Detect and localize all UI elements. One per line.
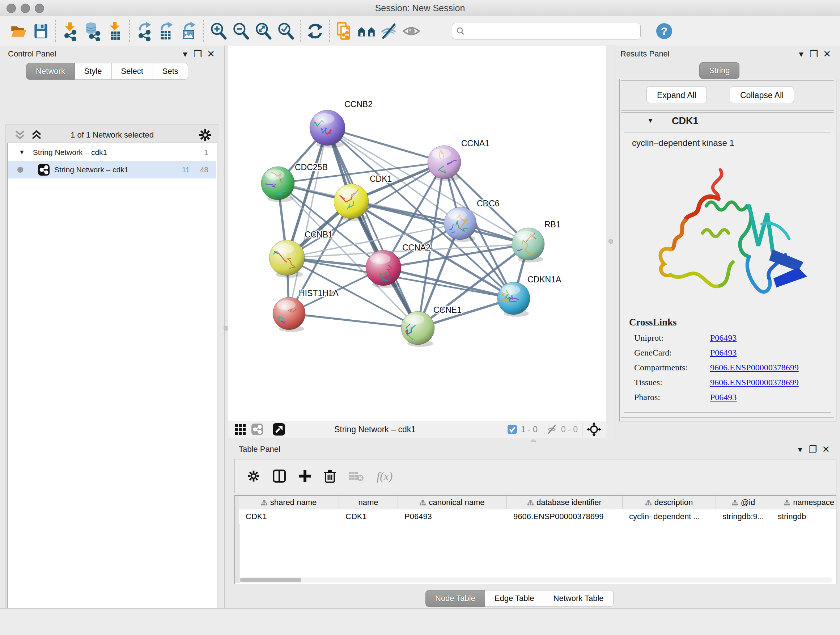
table-cell[interactable]: CDK1 [239,509,339,524]
table-cell[interactable]: cyclin–dependent ... [622,509,716,524]
node-CCNA2[interactable] [366,250,401,288]
tab-string[interactable]: String [699,62,739,79]
control-panel-close-icon[interactable]: ✕ [207,49,215,60]
crosslink-label: Pharos: [634,393,710,402]
column-header-id[interactable]: @id [716,496,771,509]
grid-view-icon[interactable] [234,424,246,435]
export-network-button[interactable] [133,20,156,42]
node-CDC25B[interactable] [261,166,294,202]
refresh-view-button[interactable] [304,20,326,42]
import-network-icon [60,21,80,41]
hide-selected-button[interactable] [378,20,401,42]
node-CCNB1[interactable] [269,240,305,278]
node-CDK1[interactable] [334,182,369,221]
network-row[interactable]: String Network – cdk1 11 48 [8,161,216,179]
search-input[interactable] [465,27,626,36]
network-options-gear-icon[interactable] [198,128,212,142]
tab-network[interactable]: Network [26,63,75,80]
right-splitter-grip[interactable] [608,239,613,244]
create-column-icon[interactable] [298,470,311,483]
scrollbar-thumb[interactable] [240,578,302,582]
table-panel-menu-icon[interactable]: ▼ [796,445,804,454]
pan-crosshair-icon[interactable] [587,422,601,437]
delete-column-icon[interactable] [324,469,336,483]
tab-sets[interactable]: Sets [153,63,188,80]
first-neighbors-button[interactable] [355,20,378,42]
export-network-icon [134,21,154,41]
zoom-selected-button[interactable] [275,20,297,42]
column-header-name[interactable]: name [339,496,398,509]
table-panel-close-icon[interactable]: ✕ [822,444,830,455]
open-session-button[interactable] [7,20,30,42]
node-CCNE1[interactable] [401,311,434,347]
column-header-description[interactable]: description [622,496,716,509]
column-header-shared-name[interactable]: shared name [239,496,339,509]
search-field[interactable] [452,23,641,40]
control-panel-title: Control Panel [8,49,56,59]
network-canvas[interactable]: CCNB2CCNA1CDC25BCDK1CDC6RB1CCNB1CCNA2CDK… [228,46,606,421]
protein-section-header[interactable]: ▼ CDK1 [621,112,834,130]
table-cell[interactable]: CDK1 [339,509,398,524]
network-collection-row[interactable]: ▼ String Network – cdk1 1 [8,144,216,161]
zoom-in-button[interactable] [207,20,230,42]
zoom-fit-button[interactable] [252,20,275,42]
edge-CCNB2-CCNA1[interactable] [327,128,444,162]
node-HIST1H1A[interactable] [273,297,305,332]
edge-HIST1H1A-CCNE1[interactable] [289,314,418,328]
expand-all-button[interactable]: Expand All [646,87,707,103]
node-RB1[interactable] [510,228,545,263]
column-header-namespace[interactable]: namespace [771,496,836,509]
hidden-eye-slash-icon [546,424,557,435]
table-cell[interactable]: stringdb:9... [716,509,771,524]
node-CDKN1A[interactable] [497,282,530,317]
help-button[interactable]: ? [653,20,676,42]
tab-edge-table[interactable]: Edge Table [485,590,544,607]
shared-column-icon [527,500,534,505]
tab-select[interactable]: Select [112,63,153,80]
results-panel-menu-icon[interactable]: ▼ [797,50,805,59]
show-all-button[interactable] [401,20,423,42]
table-options-gear-icon[interactable] [247,470,260,483]
crosslink-link[interactable]: 9606.ENSP00000378699 [710,378,799,387]
column-header-canonical-name[interactable]: canonical name [398,496,507,509]
table-cell[interactable]: P06493 [398,509,507,524]
table-horizontal-scrollbar[interactable] [239,578,832,583]
zoom-out-button[interactable] [230,20,252,42]
table-cell[interactable]: stringdb [771,509,836,524]
control-panel-menu-icon[interactable]: ▼ [181,50,189,59]
import-network-database-button[interactable] [81,20,104,42]
tab-node-table[interactable]: Node Table [425,590,485,607]
collapse-all-button[interactable]: Collapse All [729,87,794,103]
string-network-badge-icon[interactable] [251,423,264,435]
node-CDC6[interactable] [444,207,477,242]
crosslink-link[interactable]: P06493 [710,333,737,343]
tab-network-table[interactable]: Network Table [544,590,614,607]
node-CCNA1[interactable] [428,146,461,181]
table-row[interactable]: CDK1CDK1P064939606.ENSP00000378699cyclin… [239,509,836,524]
crosslink-row: Compartments:9606.ENSP00000378699 [634,363,831,372]
save-session-button[interactable] [30,20,52,42]
tab-style[interactable]: Style [75,63,112,80]
network-edges [278,128,528,328]
duplicate-network-button[interactable] [333,20,355,42]
show-column-icon[interactable] [272,469,286,483]
table-panel-float-icon[interactable]: ❐ [808,444,817,455]
edge-CCNB2-HIST1H1A[interactable] [289,128,327,314]
results-panel-close-icon[interactable]: ✕ [823,49,831,60]
export-image-button[interactable] [178,20,201,42]
crosslink-link[interactable]: P06493 [710,348,737,358]
import-table-button[interactable] [104,20,126,42]
control-panel-float-icon[interactable]: ❐ [194,49,202,60]
column-header-database-identifier[interactable]: database identifier [507,496,622,509]
birds-eye-view-icon[interactable] [272,423,286,436]
results-panel-float-icon[interactable]: ❐ [810,49,818,60]
table-cell[interactable]: 9606.ENSP00000378699 [507,509,622,524]
import-network-file-button[interactable] [59,20,81,42]
export-table-button[interactable] [156,20,178,42]
collection-expand-icon[interactable]: ▼ [19,149,25,156]
crosslink-link[interactable]: 9606.ENSP00000378699 [710,363,799,372]
network-name: String Network – cdk1 [54,165,128,174]
protein-collapse-icon[interactable]: ▼ [647,117,654,125]
edge-CCNB2-CCNE1[interactable] [327,128,418,328]
crosslink-link[interactable]: P06493 [710,393,737,402]
